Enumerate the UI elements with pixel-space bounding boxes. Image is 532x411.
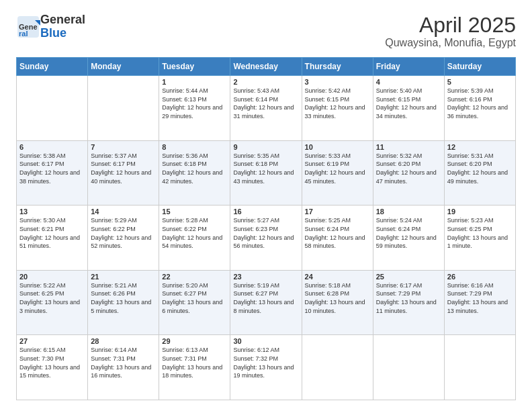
day-number: 19 bbox=[447, 208, 513, 216]
day-info: Sunrise: 5:19 AMSunset: 6:27 PMDaylight:… bbox=[233, 281, 298, 315]
calendar-day-cell: 19Sunrise: 5:23 AMSunset: 6:25 PMDayligh… bbox=[444, 205, 515, 271]
calendar-week-row: 20Sunrise: 5:22 AMSunset: 6:25 PMDayligh… bbox=[17, 270, 516, 335]
day-info: Sunrise: 5:30 AMSunset: 6:21 PMDaylight:… bbox=[19, 216, 85, 250]
logo-text: General Blue bbox=[40, 13, 85, 40]
weekday-header: Wednesday bbox=[230, 58, 302, 76]
calendar-day-cell: 15Sunrise: 5:28 AMSunset: 6:22 PMDayligh… bbox=[159, 205, 230, 271]
weekday-header: Thursday bbox=[302, 58, 373, 76]
day-info: Sunrise: 5:22 AMSunset: 6:25 PMDaylight:… bbox=[19, 281, 85, 315]
day-number: 4 bbox=[376, 78, 441, 86]
day-info: Sunrise: 5:35 AMSunset: 6:18 PMDaylight:… bbox=[233, 152, 298, 185]
calendar-week-row: 1Sunrise: 5:44 AMSunset: 6:13 PMDaylight… bbox=[17, 76, 516, 141]
day-info: Sunrise: 5:29 AMSunset: 6:22 PMDaylight:… bbox=[91, 216, 156, 250]
day-number: 6 bbox=[19, 143, 85, 151]
day-info: Sunrise: 5:20 AMSunset: 6:27 PMDaylight:… bbox=[162, 281, 227, 315]
calendar-day-cell: 13Sunrise: 5:30 AMSunset: 6:21 PMDayligh… bbox=[17, 205, 88, 271]
day-info: Sunrise: 6:17 AMSunset: 7:29 PMDaylight:… bbox=[376, 281, 441, 315]
calendar-day-cell: 17Sunrise: 5:25 AMSunset: 6:24 PMDayligh… bbox=[302, 205, 373, 271]
weekday-header: Friday bbox=[373, 58, 444, 76]
day-info: Sunrise: 5:21 AMSunset: 6:26 PMDaylight:… bbox=[91, 281, 156, 315]
calendar-day-cell: 20Sunrise: 5:22 AMSunset: 6:25 PMDayligh… bbox=[17, 270, 88, 335]
day-number: 15 bbox=[162, 208, 227, 216]
day-number: 13 bbox=[19, 208, 85, 216]
day-info: Sunrise: 5:44 AMSunset: 6:13 PMDaylight:… bbox=[162, 87, 227, 120]
logo-icon: Gene ral bbox=[16, 15, 40, 39]
day-info: Sunrise: 6:13 AMSunset: 7:31 PMDaylight:… bbox=[162, 346, 227, 379]
calendar-table: SundayMondayTuesdayWednesdayThursdayFrid… bbox=[16, 57, 516, 400]
logo-blue: Blue bbox=[40, 27, 85, 40]
calendar-day-cell: 6Sunrise: 5:38 AMSunset: 6:17 PMDaylight… bbox=[17, 140, 88, 205]
day-number: 2 bbox=[233, 78, 298, 86]
day-number: 17 bbox=[305, 208, 370, 216]
calendar-day-cell: 5Sunrise: 5:39 AMSunset: 6:16 PMDaylight… bbox=[444, 76, 515, 141]
calendar-header: SundayMondayTuesdayWednesdayThursdayFrid… bbox=[17, 58, 516, 76]
day-info: Sunrise: 6:14 AMSunset: 7:31 PMDaylight:… bbox=[91, 346, 156, 379]
calendar-day-cell: 4Sunrise: 5:40 AMSunset: 6:15 PMDaylight… bbox=[373, 76, 444, 141]
day-number: 24 bbox=[305, 273, 370, 281]
calendar-week-row: 6Sunrise: 5:38 AMSunset: 6:17 PMDaylight… bbox=[17, 140, 516, 205]
logo-general: General bbox=[40, 13, 85, 27]
day-info: Sunrise: 5:28 AMSunset: 6:22 PMDaylight:… bbox=[162, 216, 227, 250]
day-number: 7 bbox=[91, 143, 156, 151]
day-number: 1 bbox=[162, 78, 227, 86]
calendar-body: 1Sunrise: 5:44 AMSunset: 6:13 PMDaylight… bbox=[17, 76, 516, 400]
header: Gene ral General Blue April 2025 Quwaysi… bbox=[16, 13, 516, 49]
calendar-day-cell: 1Sunrise: 5:44 AMSunset: 6:13 PMDaylight… bbox=[159, 76, 230, 141]
day-number: 26 bbox=[447, 273, 513, 281]
day-number: 28 bbox=[91, 337, 156, 345]
day-info: Sunrise: 5:31 AMSunset: 6:20 PMDaylight:… bbox=[447, 152, 513, 185]
calendar-day-cell: 27Sunrise: 6:15 AMSunset: 7:30 PMDayligh… bbox=[17, 335, 88, 400]
day-info: Sunrise: 5:36 AMSunset: 6:18 PMDaylight:… bbox=[162, 152, 227, 185]
calendar-day-cell: 23Sunrise: 5:19 AMSunset: 6:27 PMDayligh… bbox=[230, 270, 302, 335]
day-number: 18 bbox=[376, 208, 441, 216]
day-number: 20 bbox=[19, 273, 85, 281]
day-number: 11 bbox=[376, 143, 441, 151]
calendar-day-cell: 26Sunrise: 6:16 AMSunset: 7:29 PMDayligh… bbox=[444, 270, 515, 335]
day-number: 16 bbox=[233, 208, 298, 216]
day-number: 14 bbox=[91, 208, 156, 216]
calendar-day-cell: 18Sunrise: 5:24 AMSunset: 6:24 PMDayligh… bbox=[373, 205, 444, 271]
page: Gene ral General Blue April 2025 Quwaysi… bbox=[0, 0, 532, 411]
day-info: Sunrise: 6:12 AMSunset: 7:32 PMDaylight:… bbox=[233, 346, 298, 379]
calendar-day-cell: 9Sunrise: 5:35 AMSunset: 6:18 PMDaylight… bbox=[230, 140, 302, 205]
logo: Gene ral General Blue bbox=[16, 13, 85, 40]
calendar-day-cell: 11Sunrise: 5:32 AMSunset: 6:20 PMDayligh… bbox=[373, 140, 444, 205]
calendar-day-cell: 10Sunrise: 5:33 AMSunset: 6:19 PMDayligh… bbox=[302, 140, 373, 205]
calendar-subtitle: Quwaysina, Monufia, Egypt bbox=[385, 37, 516, 49]
day-number: 25 bbox=[376, 273, 441, 281]
calendar-day-cell: 3Sunrise: 5:42 AMSunset: 6:15 PMDaylight… bbox=[302, 76, 373, 141]
day-number: 10 bbox=[305, 143, 370, 151]
calendar-day-cell: 14Sunrise: 5:29 AMSunset: 6:22 PMDayligh… bbox=[88, 205, 159, 271]
weekday-header: Monday bbox=[88, 58, 159, 76]
calendar-day-cell: 25Sunrise: 6:17 AMSunset: 7:29 PMDayligh… bbox=[373, 270, 444, 335]
calendar-day-cell bbox=[373, 335, 444, 400]
calendar-title: April 2025 bbox=[385, 13, 516, 37]
calendar-day-cell bbox=[17, 76, 88, 141]
calendar-day-cell: 7Sunrise: 5:37 AMSunset: 6:17 PMDaylight… bbox=[88, 140, 159, 205]
calendar-day-cell: 8Sunrise: 5:36 AMSunset: 6:18 PMDaylight… bbox=[159, 140, 230, 205]
day-info: Sunrise: 5:25 AMSunset: 6:24 PMDaylight:… bbox=[305, 216, 370, 250]
day-info: Sunrise: 5:23 AMSunset: 6:25 PMDaylight:… bbox=[447, 216, 513, 250]
calendar-day-cell: 24Sunrise: 5:18 AMSunset: 6:28 PMDayligh… bbox=[302, 270, 373, 335]
calendar-day-cell: 16Sunrise: 5:27 AMSunset: 6:23 PMDayligh… bbox=[230, 205, 302, 271]
day-number: 21 bbox=[91, 273, 156, 281]
calendar-week-row: 13Sunrise: 5:30 AMSunset: 6:21 PMDayligh… bbox=[17, 205, 516, 271]
day-number: 12 bbox=[447, 143, 513, 151]
day-info: Sunrise: 5:27 AMSunset: 6:23 PMDaylight:… bbox=[233, 216, 298, 250]
calendar-day-cell: 2Sunrise: 5:43 AMSunset: 6:14 PMDaylight… bbox=[230, 76, 302, 141]
day-info: Sunrise: 5:18 AMSunset: 6:28 PMDaylight:… bbox=[305, 281, 370, 315]
svg-text:ral: ral bbox=[19, 30, 28, 38]
day-number: 5 bbox=[447, 78, 513, 86]
weekday-header-row: SundayMondayTuesdayWednesdayThursdayFrid… bbox=[17, 58, 516, 76]
day-number: 30 bbox=[233, 337, 298, 345]
day-number: 27 bbox=[19, 337, 85, 345]
calendar-day-cell bbox=[444, 335, 515, 400]
day-info: Sunrise: 5:33 AMSunset: 6:19 PMDaylight:… bbox=[305, 152, 370, 185]
day-number: 22 bbox=[162, 273, 227, 281]
weekday-header: Sunday bbox=[17, 58, 88, 76]
day-info: Sunrise: 5:38 AMSunset: 6:17 PMDaylight:… bbox=[19, 152, 85, 185]
day-number: 3 bbox=[305, 78, 370, 86]
day-info: Sunrise: 5:40 AMSunset: 6:15 PMDaylight:… bbox=[376, 87, 441, 120]
weekday-header: Saturday bbox=[444, 58, 515, 76]
calendar-day-cell: 28Sunrise: 6:14 AMSunset: 7:31 PMDayligh… bbox=[88, 335, 159, 400]
